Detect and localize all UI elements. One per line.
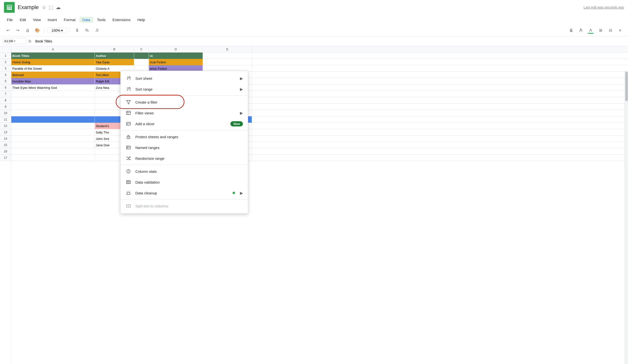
menu-option-randomize[interactable]: Randomize range [121,153,248,164]
row-num-16[interactable]: 16 [0,148,11,155]
col-header-a[interactable]: A [11,46,95,53]
row-num-9[interactable]: 9 [0,104,11,110]
cell-a5[interactable]: Invisible Man [11,78,95,84]
menu-data[interactable]: Data [79,17,93,23]
undo-button[interactable]: ↩ [4,26,12,34]
menu-tools[interactable]: Tools [94,17,109,23]
cell-c1[interactable] [134,53,149,59]
strikethrough-button[interactable]: S̶ [567,26,575,34]
cell-a7[interactable] [11,91,95,97]
menu-help[interactable]: Help [134,17,148,23]
row-num-15[interactable]: 15 [0,142,11,148]
corner-cell[interactable] [0,46,11,52]
cloud-icon[interactable]: ☁ [56,4,61,10]
menu-option-add-slicer[interactable]: Add a slicer New [121,118,248,129]
cell-a11[interactable] [11,116,95,123]
grid-body: Book Titles Author re Home Going Yaa Gya… [11,53,628,364]
align-button[interactable]: ≡ [616,26,624,34]
format-paint-button[interactable]: 🎨 [33,26,41,34]
cell-a8[interactable] [11,97,95,104]
merge-button[interactable]: ⊟ [606,26,614,34]
cell-a13[interactable] [11,129,95,135]
cell-b2[interactable]: Yaa Gyas [95,59,134,65]
cell-c2[interactable] [134,59,149,65]
menu-option-split-text[interactable]: Split text to columns [121,200,248,211]
currency-button[interactable]: $ [73,26,81,34]
text-color-button[interactable]: A [577,26,585,34]
cell-a12[interactable] [11,123,95,129]
decimal-button[interactable]: .0 [93,26,101,34]
row-num-4[interactable]: 4 [0,72,11,78]
fill-color-button[interactable]: A [587,26,595,34]
cell-a14[interactable] [11,135,95,142]
print-button[interactable]: 🖨 [24,26,31,34]
menu-option-sort-range[interactable]: Sort range ▶ [121,84,248,95]
cell-a1[interactable]: Book Titles [11,53,95,59]
cell-a15[interactable] [11,142,95,148]
row-num-2[interactable]: 2 [0,59,11,65]
cell-ref-dropdown[interactable]: ▾ [14,40,15,43]
menu-option-data-validation[interactable]: Data validation [121,177,248,187]
zoom-control[interactable]: 100% ▾ [47,28,67,33]
row-num-1[interactable]: 1 [0,53,11,59]
col-header-b[interactable]: B [95,46,134,53]
percent-button[interactable]: % [83,26,91,34]
menu-view[interactable]: View [30,17,44,23]
menu-edit[interactable]: Edit [17,17,29,23]
zoom-value: 100% [52,28,60,32]
cell-a6[interactable]: Their Eyes Were Watching God [11,84,95,91]
col-header-c[interactable]: C [134,46,149,53]
menu-option-filter-views[interactable]: Filter views ▶ [121,108,248,118]
cell-a2[interactable]: Home Going [11,59,95,65]
star-icon[interactable]: ☆ [42,4,46,10]
cell-d1[interactable]: re [149,53,203,59]
document-title[interactable]: Example [18,4,39,10]
menu-option-data-cleanup[interactable]: Data cleanup ▶ [121,187,248,198]
svg-rect-6 [7,8,9,9]
menu-format[interactable]: Format [61,17,78,23]
row-num-10[interactable]: 10 [0,110,11,116]
cell-e2[interactable] [203,59,252,65]
cell-b1[interactable]: Author [95,53,134,59]
cell-a17[interactable] [11,155,95,161]
sort-sheet-label: Sort sheet [135,76,236,80]
cell-a9[interactable] [11,104,95,110]
row-num-17[interactable]: 17 [0,155,11,161]
cell-a10[interactable] [11,110,95,116]
row-num-11[interactable]: 11 [0,116,11,123]
row-num-5[interactable]: 5 [0,78,11,84]
col-header-e[interactable]: E [203,46,252,53]
row-num-6[interactable]: 6 [0,84,11,91]
menu-option-create-filter[interactable]: Create a filter [121,97,248,108]
row-num-13[interactable]: 13 [0,129,11,135]
menu-extensions[interactable]: Extensions [110,17,133,23]
menu-file[interactable]: File [4,17,16,23]
lock-icon [126,134,131,139]
row-num-14[interactable]: 14 [0,135,11,142]
cell-a16[interactable] [11,148,95,155]
cell-reference[interactable]: A1:D6 ▾ [2,38,26,44]
zoom-dropdown-icon: ▾ [61,28,63,32]
row-num-3[interactable]: 3 [0,65,11,72]
menu-option-sort-sheet[interactable]: Sort sheet ▶ [121,73,248,84]
menu-option-column-stats[interactable]: Column stats [121,166,248,177]
menu-option-protect-sheets[interactable]: Protect sheets and ranges [121,131,248,142]
cell-a4[interactable]: Beloved [11,72,95,78]
borders-button[interactable]: ⊞ [597,26,604,34]
formula-input[interactable]: Book Titles [33,38,626,44]
folder-icon[interactable]: ⬚ [49,4,53,10]
cell-e1[interactable] [203,53,252,59]
cell-d2[interactable]: rical Fiction [149,59,203,65]
menu-insert[interactable]: Insert [45,17,60,23]
row-num-8[interactable]: 8 [0,97,11,104]
svg-point-32 [128,172,129,172]
col-header-d[interactable]: D [149,46,203,53]
scrollbar-track[interactable] [625,71,628,364]
cell-ref-value: A1:D6 [4,39,13,43]
scrollbar-thumb[interactable] [625,72,628,101]
menu-option-named-ranges[interactable]: Named ranges [121,142,248,153]
cell-a3[interactable]: Parable of the Sower [11,65,95,72]
row-num-12[interactable]: 12 [0,123,11,129]
redo-button[interactable]: ↪ [14,26,22,34]
row-num-7[interactable]: 7 [0,91,11,97]
